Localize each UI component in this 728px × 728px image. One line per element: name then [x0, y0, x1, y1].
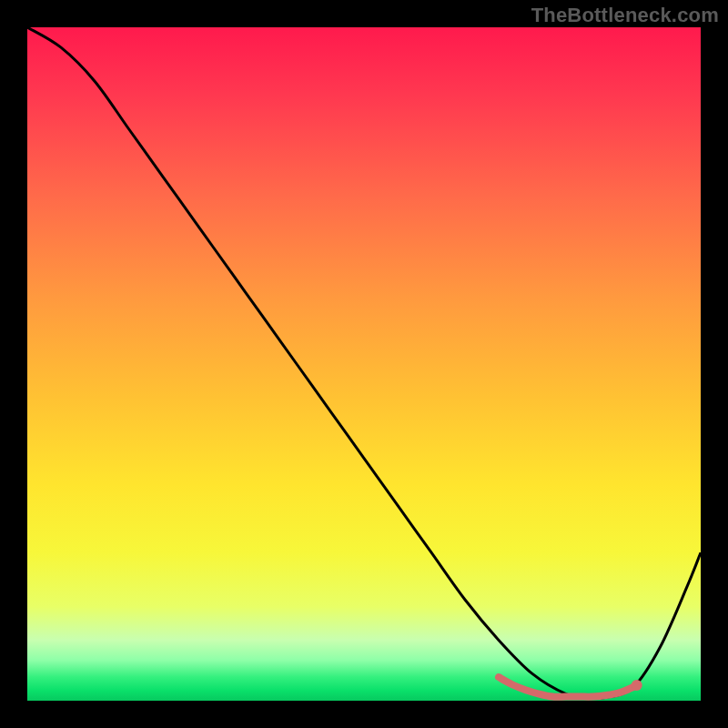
watermark-label: TheBottleneck.com: [531, 4, 719, 27]
highlight-end-marker: [632, 680, 642, 691]
chart-frame: TheBottleneck.com: [0, 0, 728, 728]
bottleneck-chart: [27, 27, 701, 701]
